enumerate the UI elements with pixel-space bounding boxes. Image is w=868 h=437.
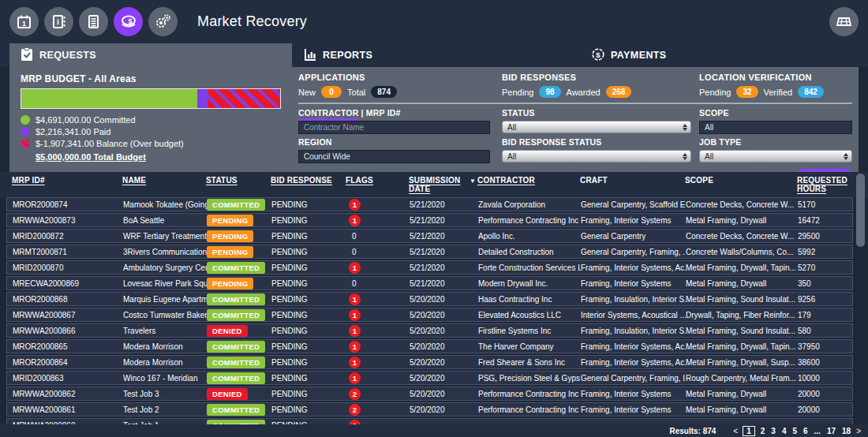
budget-segment-committed — [21, 89, 197, 108]
scrollbar-thumb[interactable] — [856, 174, 865, 247]
bid-response-status-select[interactable]: All — [502, 150, 691, 162]
cell-flags: 1 — [346, 372, 410, 384]
col-header-flags[interactable]: FLAGS — [346, 176, 409, 185]
cell-flags: 2 — [346, 388, 410, 400]
table-row[interactable]: MRID2000872WRF Tertiary Treatment Impr..… — [6, 229, 853, 243]
cell-contractor: Modern Drywall Inc. — [478, 279, 581, 288]
cell-status: PENDING — [207, 215, 271, 226]
tab-payments[interactable]: $ PAYMENTS — [580, 43, 868, 67]
cell-submission-date: 5/21/2020 — [410, 232, 478, 241]
table-row[interactable]: MRECWA2000869Lovesac River Park Square T… — [6, 276, 853, 290]
legend-label: $-1,907,341.00 Balance (Over budget) — [36, 139, 184, 148]
budget-bar — [21, 88, 281, 109]
region-input[interactable] — [298, 150, 490, 163]
cell-mrp-id: MRID2000863 — [13, 374, 123, 383]
stat-group-title: BID RESPONSES — [502, 73, 699, 82]
stat-label: Total — [347, 88, 365, 97]
page-number[interactable]: 3 — [770, 427, 776, 435]
legend-item: $-1,907,341.00 Balance (Over budget) — [21, 137, 281, 149]
col-header-craft: CRAFT — [580, 176, 685, 185]
cell-flags: 1 — [346, 341, 410, 353]
table-row[interactable]: MROR2000874Mamook Tokatee (Going 42)COMM… — [6, 197, 853, 211]
cell-flags: 2 — [346, 404, 410, 416]
table-row[interactable]: MRWWA2000860Test Job 1COMMITTEDPENDING1 — [6, 418, 853, 424]
col-header-hours[interactable]: REQUESTED HOURS — [797, 176, 854, 193]
col-header-bid_response[interactable]: BID RESPONSE — [271, 176, 346, 185]
page-prev[interactable]: < — [732, 427, 739, 435]
cell-contractor: Forte Construction Services L... — [478, 263, 581, 272]
documents-nav-button[interactable] — [79, 7, 108, 36]
cell-craft: Framing, Interior Systems, Ac... — [581, 342, 686, 351]
sort-desc-icon: ▼ — [470, 177, 476, 185]
calendar-nav-button[interactable]: 1 — [9, 7, 39, 36]
cell-flags: 0 — [346, 232, 410, 241]
page-number[interactable]: 4 — [781, 427, 788, 435]
map-nav-button[interactable] — [829, 7, 859, 36]
cell-status: COMMITTED — [207, 341, 271, 353]
cell-craft: Framing, Insulation, Interior S... — [581, 327, 686, 335]
tab-requests[interactable]: REQUESTS — [9, 43, 292, 67]
cell-contractor: Haas Contracting Inc — [478, 295, 581, 304]
gears-icon — [155, 13, 171, 30]
total-budget-link[interactable]: $5,000,000.00 Total Budget — [36, 152, 146, 162]
col-header-id[interactable]: MRP ID# — [12, 176, 122, 185]
market-recovery-nav-button[interactable]: $ — [114, 7, 143, 36]
table-row[interactable]: MROR2000868Marquis Eugene Apartment B...… — [6, 292, 853, 306]
table-row[interactable]: MRID2000870Ambulatory Surgery CenterCOMM… — [6, 260, 853, 275]
table-row[interactable]: MRWWA2000866TravelersDENIEDPENDING15/20/… — [6, 323, 853, 338]
cell-flags: 1 — [346, 309, 410, 321]
page-number[interactable]: 1 — [743, 426, 755, 436]
scope-field[interactable]: All — [699, 121, 852, 134]
stat-items: New0Total874 — [298, 86, 502, 98]
cell-status: COMMITTED — [207, 309, 271, 321]
clipboard-check-icon — [21, 47, 33, 64]
cell-mrp-id: MRWWA2000866 — [13, 327, 123, 335]
cell-status: COMMITTED — [207, 404, 271, 416]
top-nav: 1 i $ Market Recovery — [0, 0, 868, 43]
col-header-contractor[interactable]: CONTRACTOR — [477, 176, 580, 185]
table-row[interactable]: MRWWA2000862Test Job 3DENIEDPENDING25/20… — [6, 387, 853, 401]
cell-name: Costco Tumwater Bakery Re... — [123, 311, 207, 319]
flag-badge: 1 — [349, 309, 361, 321]
stat-items: Pending32Verified842 — [699, 86, 852, 98]
table-row[interactable]: MRWWA2000861Test Job 2COMMITTEDPENDING25… — [6, 402, 853, 416]
table-row[interactable]: MRWWA2000873BoA SeattlePENDINGPENDING15/… — [6, 213, 853, 227]
table-row[interactable]: MRMT20008713Rivers CommunicationsPENDING… — [6, 245, 853, 259]
stat-label: Verified — [764, 88, 793, 97]
page-number[interactable]: 6 — [803, 427, 809, 435]
cell-name: BoA Seattle — [123, 216, 207, 225]
table-row[interactable]: MROR2000864Modera MorrisonCOMMITTEDPENDI… — [6, 355, 853, 369]
page-number[interactable]: 2 — [760, 427, 766, 435]
page-number[interactable]: 18 — [841, 427, 851, 435]
cell-flags: 0 — [346, 248, 410, 256]
tab-reports-label: REPORTS — [323, 50, 372, 61]
settings-nav-button[interactable] — [148, 7, 178, 36]
job-type-select[interactable]: All — [699, 150, 852, 162]
cell-craft: General Carpentry, Framing, ... — [581, 248, 686, 256]
page-number[interactable]: 17 — [826, 427, 836, 435]
cell-submission-date: 5/21/2020 — [410, 216, 478, 225]
table-row[interactable]: MROR2000865Modera MorrisonCOMMITTEDPENDI… — [6, 339, 853, 353]
cell-contractor: The Harver Company — [478, 342, 581, 351]
status-badge: COMMITTED — [207, 341, 265, 353]
cell-name: Winco 167 - Meridian — [123, 374, 207, 383]
page-number[interactable]: 5 — [791, 427, 798, 435]
flag-count: 0 — [352, 279, 357, 288]
legend-dot — [21, 139, 30, 148]
contacts-nav-button[interactable]: i — [44, 7, 73, 36]
cell-contractor: Elevated Acoustics LLC — [478, 311, 581, 319]
col-header-name[interactable]: NAME — [122, 176, 206, 185]
col-header-status[interactable]: STATUS — [206, 176, 271, 185]
table-row[interactable]: MRWWA2000867Costco Tumwater Bakery Re...… — [6, 308, 853, 322]
cell-requested-hours: 10000 — [798, 374, 852, 383]
table-scrollbar[interactable] — [856, 174, 865, 410]
cell-mrp-id: MRID2000870 — [13, 263, 123, 272]
content-panel: MRP BUDGET - All Areas $4,691,000.00 Com… — [9, 67, 859, 172]
tab-reports[interactable]: REPORTS — [292, 43, 580, 67]
flag-badge: 1 — [349, 341, 361, 353]
table-row[interactable]: MRID2000863Winco 167 - MeridianCOMMITTED… — [6, 371, 853, 385]
status-select[interactable]: All — [502, 121, 691, 133]
contractor-input[interactable] — [298, 121, 490, 134]
page-next[interactable]: > — [855, 427, 862, 435]
col-header-date[interactable]: SUBMISSION DATE▼ — [409, 176, 477, 193]
